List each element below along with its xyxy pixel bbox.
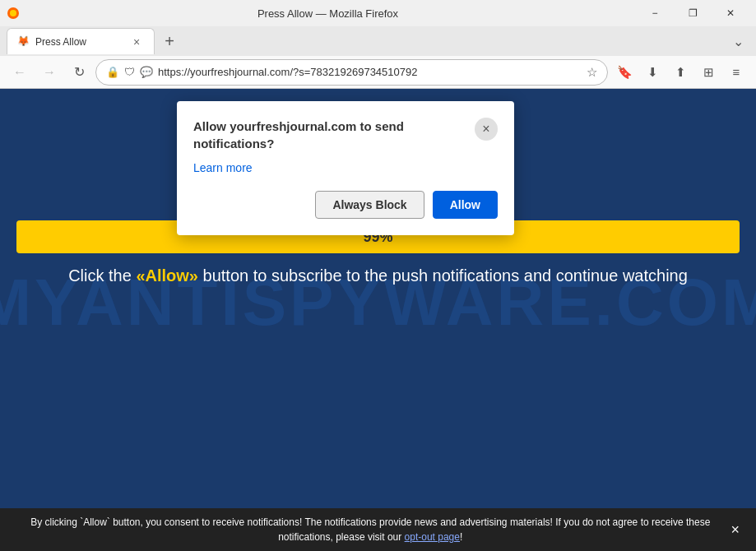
forward-button[interactable]: → <box>36 59 63 86</box>
tracking-icon: 🛡 <box>124 66 135 78</box>
nav-icon-group: 🔖 ⬇ ⬆ ⊞ ≡ <box>611 59 749 86</box>
allow-button[interactable]: Allow <box>433 191 498 219</box>
tabbar: 🦊 Press Allow × + ⌄ <box>0 26 756 56</box>
bottom-bar: By clicking `Allow` button, you consent … <box>0 508 756 551</box>
bottom-bar-text: By clicking `Allow` button, you consent … <box>13 515 727 544</box>
cta-text: Click the «Allow» button to subscribe to… <box>16 266 740 285</box>
firefox-logo-icon <box>7 7 20 20</box>
new-tab-button[interactable]: + <box>158 30 181 53</box>
tab-close-button[interactable]: × <box>129 35 144 49</box>
navbar: ← → ↻ 🔒 🛡 💬 ☆ 🔖 ⬇ ⬆ ⊞ ≡ <box>0 56 756 89</box>
always-block-button[interactable]: Always Block <box>315 191 424 219</box>
popup-header: Allow yourfreshjournal.com to send notif… <box>193 118 498 152</box>
bookmark-icon[interactable]: ☆ <box>587 65 597 80</box>
tab-label: Press Allow <box>35 36 124 48</box>
popup-title: Allow yourfreshjournal.com to send notif… <box>193 118 475 152</box>
content-area: MYANTISPYWARE.COM 99% Click the «Allow» … <box>0 89 756 516</box>
tab-list-button[interactable]: ⌄ <box>726 30 749 53</box>
notification-icon: 💬 <box>140 66 153 78</box>
extensions-button[interactable]: ⊞ <box>695 59 721 86</box>
window-title: Press Allow — Mozilla Firefox <box>26 7 629 20</box>
notification-popup: Allow yourfreshjournal.com to send notif… <box>177 101 514 235</box>
back-button[interactable]: ← <box>7 59 33 86</box>
popup-buttons: Always Block Allow <box>193 191 498 219</box>
cta-highlight: «Allow» <box>136 266 198 285</box>
restore-button[interactable]: ❐ <box>674 0 712 26</box>
titlebar: Press Allow — Mozilla Firefox − ❐ ✕ <box>0 0 756 26</box>
popup-close-button[interactable]: × <box>475 118 498 141</box>
active-tab[interactable]: 🦊 Press Allow × <box>7 28 155 54</box>
learn-more-link[interactable]: Learn more <box>193 161 253 174</box>
menu-button[interactable]: ≡ <box>723 59 749 86</box>
window-controls: − ❐ ✕ <box>636 0 749 26</box>
downloads-button[interactable]: ⬇ <box>639 59 666 86</box>
url-input[interactable] <box>158 66 582 78</box>
security-icon: 🔒 <box>106 66 119 78</box>
tab-favicon-icon: 🦊 <box>17 35 30 49</box>
pocket-button[interactable]: 🔖 <box>611 59 638 86</box>
svg-point-1 <box>10 10 16 16</box>
bottom-bar-close-button[interactable]: × <box>727 521 743 539</box>
minimize-button[interactable]: − <box>636 0 674 26</box>
opt-out-link[interactable]: opt-out page <box>405 531 460 543</box>
reload-button[interactable]: ↻ <box>66 59 92 86</box>
share-button[interactable]: ⬆ <box>667 59 693 86</box>
url-bar[interactable]: 🔒 🛡 💬 ☆ <box>95 59 608 86</box>
close-button[interactable]: ✕ <box>712 0 749 26</box>
